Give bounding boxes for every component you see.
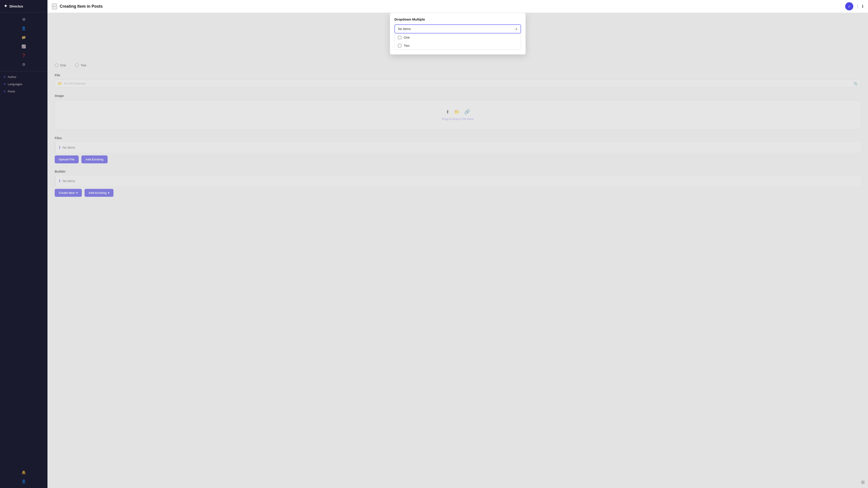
main-area: ← Creating Item in Posts ✓ ⋮ ℹ Dropdown … bbox=[48, 0, 868, 488]
topbar-actions: ✓ ⋮ ℹ bbox=[845, 2, 864, 10]
sidebar-item-author[interactable]: ≡ Author bbox=[0, 73, 48, 80]
chevron-up-icon: ∧ bbox=[515, 27, 518, 31]
sidebar-item-languages[interactable]: ≡ Languages bbox=[0, 80, 48, 88]
more-options-button[interactable]: ⋮ bbox=[856, 4, 860, 9]
checkbox-two[interactable] bbox=[398, 44, 401, 47]
author-nav-icon: ≡ bbox=[4, 75, 5, 78]
checkbox-one[interactable] bbox=[398, 36, 401, 39]
sidebar-icon-settings[interactable]: ⚙ bbox=[20, 60, 28, 68]
sidebar-top-icons: ⊞ 👤 📁 📈 ❓ ⚙ bbox=[0, 12, 48, 71]
save-icon: ✓ bbox=[848, 4, 851, 8]
option-one-label: One bbox=[404, 36, 410, 39]
dropdown-multiple-select[interactable]: No Items ∧ bbox=[395, 24, 521, 33]
dropdown-multiple-value: No Items bbox=[398, 27, 411, 31]
page-title: Creating Item in Posts bbox=[60, 4, 842, 9]
sidebar-icon-folder[interactable]: 📁 bbox=[20, 33, 28, 41]
app-logo-icon: ✦ bbox=[4, 3, 8, 9]
topbar: ← Creating Item in Posts ✓ ⋮ ℹ bbox=[48, 0, 868, 13]
sidebar-nav: ≡ Author ≡ Languages ≡ Posts bbox=[0, 71, 48, 465]
dropdown-options-list: One Two bbox=[395, 33, 521, 50]
sidebar-item-languages-label: Languages bbox=[8, 83, 22, 86]
dropdown-option-one[interactable]: One bbox=[395, 33, 521, 41]
back-button[interactable]: ← bbox=[52, 4, 57, 9]
sidebar-icon-activity[interactable]: 📈 bbox=[20, 42, 28, 51]
sidebar-bottom: 🔔 👤 bbox=[0, 465, 48, 488]
back-icon: ← bbox=[53, 4, 57, 9]
user-profile-icon[interactable]: 👤 bbox=[20, 477, 28, 485]
app-name: Directus bbox=[9, 4, 23, 8]
sidebar-item-posts[interactable]: ≡ Posts bbox=[0, 88, 48, 95]
content-area: Dropdown Multiple No Items ∧ One Two bbox=[48, 13, 868, 488]
sidebar-icon-content[interactable]: ⊞ bbox=[20, 15, 28, 23]
sidebar-icon-users[interactable]: 👤 bbox=[20, 24, 28, 32]
sidebar-item-posts-label: Posts bbox=[8, 90, 15, 93]
save-button[interactable]: ✓ bbox=[845, 2, 853, 10]
option-two-label: Two bbox=[404, 44, 410, 47]
notifications-icon[interactable]: 🔔 bbox=[20, 468, 28, 476]
more-icon: ⋮ bbox=[856, 4, 860, 9]
sidebar: ✦ Directus ⊞ 👤 📁 📈 ❓ ⚙ ≡ Author ≡ Langua… bbox=[0, 0, 48, 488]
sidebar-item-author-label: Author bbox=[8, 75, 16, 78]
sidebar-icon-help[interactable]: ❓ bbox=[20, 51, 28, 59]
info-button[interactable]: ℹ bbox=[862, 4, 864, 9]
dropdown-option-two[interactable]: Two bbox=[395, 41, 521, 50]
dropdown-multiple-title: Dropdown Multiple bbox=[395, 18, 521, 21]
info-icon: ℹ bbox=[862, 4, 864, 9]
dropdown-multiple-popup: Dropdown Multiple No Items ∧ One Two bbox=[390, 13, 526, 55]
overlay bbox=[48, 13, 868, 488]
posts-nav-icon: ≡ bbox=[4, 90, 5, 93]
languages-nav-icon: ≡ bbox=[4, 82, 5, 86]
sidebar-logo: ✦ Directus bbox=[0, 0, 48, 12]
